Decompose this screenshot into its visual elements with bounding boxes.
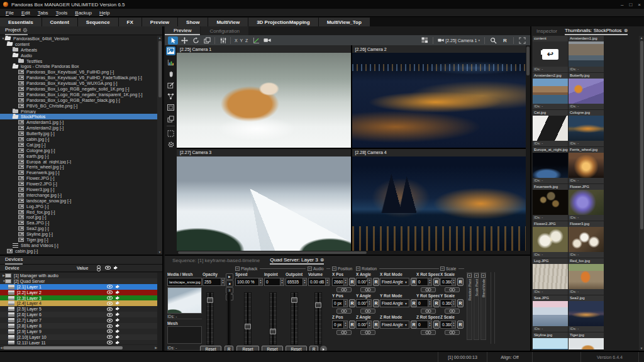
expand-arrow-icon[interactable]: ▶ (0, 323, 8, 328)
tree-row[interactable]: Sea2.jpg [-] (0, 226, 157, 231)
link-icon[interactable] (360, 330, 375, 335)
spinner[interactable]: ▲▼ (452, 299, 456, 307)
visibility-eye-icon[interactable] (107, 302, 113, 305)
tree-row[interactable]: Log.JPG [-] (0, 204, 157, 209)
main-tab[interactable]: Preview (142, 18, 177, 26)
fader-track[interactable] (227, 292, 231, 345)
tab-sequence[interactable]: Sequence: [1] keyframe-based-timeline (172, 258, 260, 263)
tree-row[interactable]: cabin.jpg [-] (0, 248, 157, 254)
device-row[interactable]: ▶ [2.5] Layer 5 (0, 306, 157, 312)
fader-track[interactable] (269, 292, 277, 345)
expand-arrow-icon[interactable]: ▶ (0, 307, 8, 312)
tree-row[interactable]: Sea.JPG [-] (0, 220, 157, 226)
thumbnail-image[interactable] (569, 301, 604, 326)
curve-editor-icon[interactable] (251, 36, 261, 45)
scale-pivot-strip[interactable]: + Scale Pivot (474, 272, 479, 340)
tree-row[interactable]: interchange.jpg [-] (0, 192, 157, 198)
audio-speaker-icon[interactable] (116, 296, 122, 300)
device-row[interactable]: ▶ [2.4] Layer 4 (0, 300, 157, 306)
devices-hscrollbar[interactable]: ◀ ▶ (0, 345, 157, 350)
hand-tool-icon[interactable] (166, 69, 175, 78)
reset-param-button[interactable]: R (373, 299, 379, 307)
audio-speaker-icon[interactable] (116, 312, 122, 317)
expand-icon[interactable]: + (467, 273, 472, 278)
volume-field[interactable]: 0.00 dB (308, 278, 326, 286)
expand-arrow-icon[interactable]: ▶ (0, 334, 8, 339)
opacity-field[interactable]: 255 (203, 278, 221, 286)
thumbnail-item[interactable]: Amsterdam2.jpg IDs: - (533, 73, 568, 109)
rotate-tool-icon[interactable] (191, 36, 201, 45)
tree-row[interactable]: Pandoras_Box_Logo_RGB_Raster_black.jpg [… (0, 97, 157, 103)
spinner[interactable]: ▲▼ (326, 278, 330, 286)
thumbnail-item[interactable]: Flower.JPG IDs: - (569, 184, 604, 221)
expand-arrow-icon[interactable]: ▶ (0, 312, 8, 317)
device-row[interactable]: ▼ [2] Quad Server (0, 278, 157, 284)
reset-param-button[interactable]: R (349, 278, 355, 286)
tree-row[interactable]: Amsterdam2.jpg [-] (0, 125, 157, 131)
thumbnail-item[interactable]: Cat.jpg IDs: - (533, 110, 568, 146)
tree-row[interactable]: Pandoras_Box_Keyvisual_V6_FullHD_FadeToB… (0, 75, 157, 80)
link-icon[interactable] (336, 287, 352, 292)
thumbnail-item[interactable]: Flower2.JPG IDs: - (533, 221, 568, 258)
rot-speed-field[interactable]: 0 (416, 299, 428, 307)
thumbnail-image[interactable] (533, 79, 568, 104)
camera-quadrant[interactable]: [2.28] Camera 4 (352, 149, 526, 251)
expand-arrow-icon[interactable]: ▶ (0, 273, 5, 278)
tree-row[interactable]: Flower.JPG [-] (0, 175, 157, 181)
expand-arrow-icon[interactable]: ▶ (0, 340, 8, 344)
expand-arrow-icon[interactable]: ▶ (0, 58, 18, 63)
thumbnail-image[interactable] (533, 41, 568, 67)
fader-track[interactable] (206, 292, 214, 345)
device-row[interactable]: ▶ [2.8] Layer 8 (0, 323, 157, 329)
tree-row[interactable]: cabin.jpg [-] (0, 136, 157, 142)
tree-row[interactable]: Flower3.jpg [-] (0, 187, 157, 192)
expand-arrow-icon[interactable]: ▶ (0, 109, 13, 114)
fullscreen-icon[interactable] (517, 36, 527, 45)
pos-field[interactable]: 2660 px (332, 278, 344, 286)
fader-handle[interactable] (315, 302, 321, 308)
scroll-left-icon[interactable]: ◀ (0, 346, 3, 349)
speaker-column-icon[interactable] (114, 266, 120, 270)
thumbnail-item[interactable]: Sea2.jpg IDs: - (569, 295, 604, 332)
expand-arrow-icon[interactable]: ▶ (0, 284, 8, 289)
menu-item[interactable]: Tools (52, 10, 72, 16)
angle-field[interactable]: 0.00° (356, 299, 368, 307)
spinner[interactable]: ▲▼ (221, 278, 225, 286)
tab-inspector[interactable]: Inspector (536, 28, 557, 34)
column-value[interactable]: Value (77, 266, 97, 270)
device-row[interactable]: ▶ [1] Manager with audio (0, 273, 157, 278)
scroll-up-icon[interactable]: ▲ (158, 36, 162, 40)
rot-mode-dropdown[interactable]: Fixed Angle▼ (380, 321, 409, 329)
main-tab[interactable]: Show (178, 18, 208, 26)
reset-param-button[interactable]: R (349, 299, 355, 307)
tab-layer-params[interactable]: Quad Server: Layer 3 ⊗ (270, 256, 324, 265)
device-row[interactable]: ▶ [2.3] Layer 3 (0, 295, 157, 301)
camera-render[interactable] (352, 53, 526, 148)
fader-handle[interactable] (245, 324, 251, 329)
audio-speaker-icon[interactable] (116, 335, 122, 339)
spinner[interactable]: ▲▼ (452, 278, 456, 286)
angle-field[interactable]: 0.00° (356, 321, 368, 329)
link-icon[interactable] (421, 287, 436, 292)
transport-button[interactable]: ■ (226, 280, 233, 287)
scroll-down-icon[interactable]: ▼ (158, 250, 162, 255)
collapse-icon[interactable]: − (440, 266, 445, 271)
thumbnail-image[interactable] (569, 41, 604, 67)
menu-item[interactable]: File (2, 10, 18, 16)
tree-row[interactable]: Pandoras_Box_Logo_RGB_negativ_solid_1K.p… (0, 86, 157, 92)
main-tab[interactable]: MultiView_Top (319, 18, 370, 26)
fader-track[interactable] (291, 292, 298, 345)
thumbnail-image[interactable] (533, 190, 568, 215)
expand-arrow-icon[interactable]: ▼ (0, 278, 5, 283)
thumbnail-item[interactable]: Log.JPG IDs: - (533, 258, 568, 295)
quad-view-icon[interactable] (419, 36, 430, 45)
device-row[interactable]: ▶ [2.11] Layer 11 (0, 340, 157, 344)
tab-preview[interactable]: Preview (165, 26, 200, 35)
thumbnail-item[interactable]: Europa_at_night.jpg IDs: - (533, 147, 568, 184)
menu-item[interactable]: Edit (18, 10, 34, 16)
spinner[interactable]: ▲▼ (280, 278, 284, 286)
tree-row[interactable]: Europa_at_night.jpg [-] (0, 159, 157, 165)
thumbnail-item[interactable]: Flower3.jpg IDs: - (569, 221, 604, 258)
thumbnail-image[interactable] (569, 79, 604, 104)
camera-quadrant[interactable]: [2.25] Camera 1 (177, 45, 351, 148)
